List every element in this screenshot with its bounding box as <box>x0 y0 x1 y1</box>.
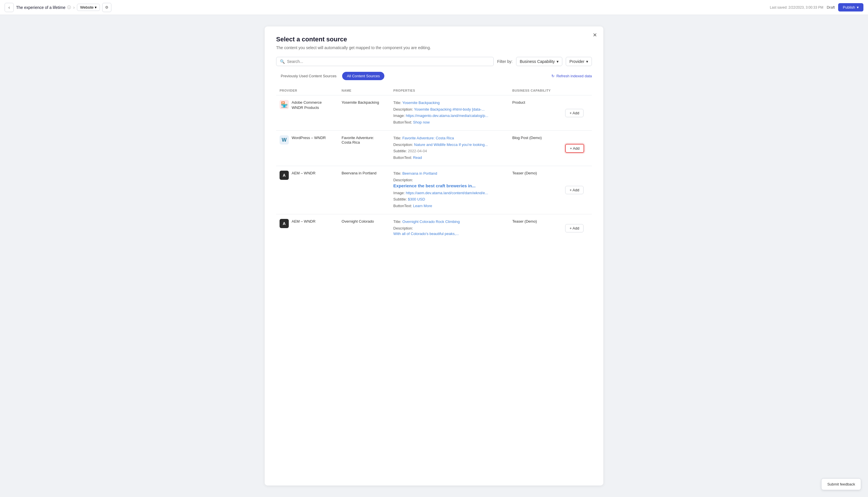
business-capability-dropdown[interactable]: Business Capability ▾ <box>516 57 562 66</box>
provider-dropdown[interactable]: Provider ▾ <box>566 57 592 66</box>
panel-subtitle: The content you select will automaticall… <box>276 45 592 50</box>
provider-info: A AEM – WNDR <box>280 219 335 228</box>
tab-previously-used-label: Previously Used Content Sources <box>281 74 336 78</box>
close-button[interactable]: ✕ <box>591 31 599 39</box>
breadcrumb-title: The experience of a lifetime ⓘ <box>16 5 71 10</box>
prop-label: Description: <box>393 107 413 112</box>
info-icon[interactable]: ⓘ <box>67 5 71 10</box>
provider-name: AEM – WNDR <box>292 171 315 176</box>
property-line: Description: Experience the best craft b… <box>393 177 505 189</box>
prop-value[interactable]: Beervana in Portland <box>402 171 437 175</box>
chevron-down-icon: ▾ <box>95 5 97 10</box>
item-name: Favorite Adventure:Costa Rica <box>342 136 374 144</box>
back-icon: ‹ <box>8 5 10 10</box>
col-action <box>562 86 592 95</box>
page-title: The experience of a lifetime <box>16 5 65 10</box>
provider-name: AEM – WNDR <box>292 219 315 224</box>
submit-feedback-button[interactable]: Submit feedback <box>821 478 861 490</box>
prop-value[interactable]: Learn More <box>413 204 432 208</box>
property-line: Description: Yosemite Backpacking #html-… <box>393 106 505 112</box>
prop-value[interactable]: Shop now <box>413 120 430 124</box>
content-source-table: Provider Name Properties Business Capabi… <box>276 86 592 242</box>
provider-chevron-icon: ▾ <box>586 59 588 64</box>
name-cell: Overnight Colorado <box>338 214 390 242</box>
refresh-indexed-data-button[interactable]: ↻ Refresh indexed data <box>551 74 592 78</box>
prop-label: Title: <box>393 171 401 175</box>
item-name: Yosemite Backpacking <box>342 100 379 104</box>
capability-label: Teaser (Demo) <box>512 171 537 175</box>
add-button[interactable]: + Add <box>565 144 584 153</box>
properties-cell: Title: Beervana in Portland Description:… <box>390 166 509 214</box>
provider-cell: A AEM – WNDR <box>276 166 338 214</box>
prop-value[interactable]: Yosemite Backpacking <box>402 101 439 105</box>
prop-value[interactable]: https://magento.dev.atama.land/media/cat… <box>406 113 488 118</box>
add-button[interactable]: + Add <box>565 224 584 232</box>
provider-logo: W <box>280 135 289 144</box>
back-button[interactable]: ‹ <box>4 3 14 12</box>
search-box[interactable]: 🔍 <box>276 57 494 66</box>
topbar-right: Last saved: 2/22/2023, 3:00:33 PM Draft … <box>770 3 864 12</box>
filter-by-label: Filter by: <box>497 59 513 64</box>
prop-value: 2022-04-04 <box>408 149 427 153</box>
content-source-panel: ✕ Select a content source The content yo… <box>265 26 603 485</box>
provider-cell: W WordPress – WNDR <box>276 131 338 166</box>
col-name: Name <box>338 86 390 95</box>
tab-all-content-sources-label: All Content Sources <box>347 74 380 78</box>
settings-button[interactable]: ⚙ <box>102 3 112 12</box>
filters-row: 🔍 Filter by: Business Capability ▾ Provi… <box>276 57 592 66</box>
search-input[interactable] <box>287 59 490 64</box>
tab-all-content-sources[interactable]: All Content Sources <box>342 72 384 80</box>
breadcrumb-separator: › <box>73 5 75 10</box>
provider-logo: A <box>280 171 289 180</box>
prop-label: Description: <box>393 226 413 230</box>
prop-label: ButtonText: <box>393 120 412 124</box>
provider-info: A AEM – WNDR <box>280 171 335 180</box>
property-line: Title: Beervana in Portland <box>393 171 505 176</box>
prop-value[interactable]: Experience the best craft breweries in..… <box>393 183 505 189</box>
col-provider: Provider <box>276 86 338 95</box>
col-properties: Properties <box>390 86 509 95</box>
property-line: ButtonText: Read <box>393 155 505 160</box>
capability-label: Teaser (Demo) <box>512 219 537 224</box>
website-dropdown[interactable]: Website ▾ <box>77 4 100 11</box>
panel-title: Select a content source <box>276 36 592 43</box>
prop-label: Subtitle: <box>393 197 407 201</box>
property-line: Description: Nature and Wildlife Mecca I… <box>393 142 505 148</box>
property-line: Description: With all of Colorado's beau… <box>393 226 505 237</box>
prop-value[interactable]: Nature and Wildlife Mecca If you're look… <box>414 142 488 147</box>
publish-chevron-icon: ▾ <box>857 5 859 10</box>
table-row: A AEM – WNDR Overnight Colorado Title: O… <box>276 214 592 242</box>
prop-value[interactable]: Overnight Colorado Rock Climbing <box>402 219 460 224</box>
content-source-tabs: Previously Used Content Sources All Cont… <box>276 72 384 80</box>
property-line: Image: https://magento.dev.atama.land/me… <box>393 113 505 119</box>
business-capability-label: Business Capability <box>520 59 555 64</box>
prop-label: Image: <box>393 191 405 195</box>
add-button[interactable]: + Add <box>565 109 584 117</box>
provider-name: WordPress – WNDR <box>292 135 326 141</box>
prop-value[interactable]: Favorite Adventure: Costa Rica <box>402 136 454 140</box>
capability-cell: Teaser (Demo) <box>509 166 562 214</box>
name-cell: Yosemite Backpacking <box>338 95 390 131</box>
add-button[interactable]: + Add <box>565 186 584 194</box>
table-row: A AEM – WNDR Beervana in Portland Title:… <box>276 166 592 214</box>
prop-value[interactable]: $300 USD <box>408 197 425 201</box>
publish-button[interactable]: Publish ▾ <box>838 3 864 12</box>
topbar: ‹ The experience of a lifetime ⓘ › Websi… <box>0 0 868 15</box>
provider-info: W WordPress – WNDR <box>280 135 335 144</box>
table-header-row: Provider Name Properties Business Capabi… <box>276 86 592 95</box>
prop-value[interactable]: With all of Colorado's beautiful peaks,.… <box>393 231 505 237</box>
prop-label: Subtitle: <box>393 149 407 153</box>
add-action-cell: + Add <box>562 95 592 131</box>
tab-previously-used[interactable]: Previously Used Content Sources <box>276 72 341 80</box>
provider-cell: 🏪 Adobe CommerceWNDR Products <box>276 95 338 131</box>
prop-value[interactable]: https://aem.dev.atama.land/content/dam/w… <box>406 191 488 195</box>
prop-value[interactable]: Read <box>413 155 422 160</box>
refresh-icon: ↻ <box>551 74 555 78</box>
prop-label: Title: <box>393 219 401 224</box>
name-cell: Favorite Adventure:Costa Rica <box>338 131 390 166</box>
capability-label: Product <box>512 100 525 104</box>
add-action-cell: + Add <box>562 166 592 214</box>
prop-value[interactable]: Yosemite Backpacking #html-body [data-..… <box>414 107 485 112</box>
add-action-cell: + Add <box>562 131 592 166</box>
prop-label: ButtonText: <box>393 204 412 208</box>
